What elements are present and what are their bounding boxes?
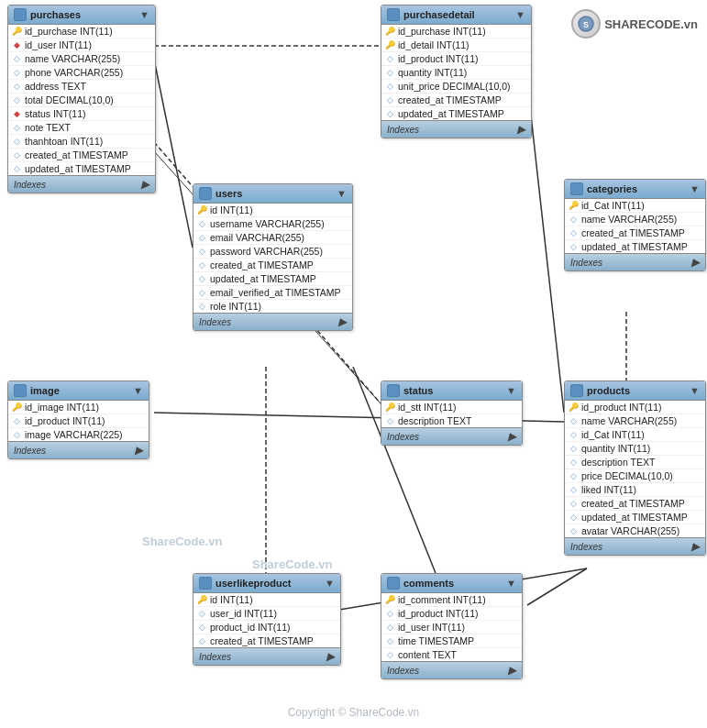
key-regular: ◇ [569,416,579,426]
field-purchases-9: ◇thanhtoan INT(11) [8,135,155,149]
field-categories-3: ◇created_at TIMESTAMP [565,226,705,240]
header-arrow-status[interactable]: ▼ [506,385,516,396]
key-regular: ◇ [569,430,579,440]
key-regular: ◇ [12,137,22,147]
table-title-status: status [403,385,433,396]
table-title-categories: categories [587,183,637,194]
key-regular: ◇ [12,416,22,426]
table-header-purchasedetail: purchasedetail ▼ [381,6,531,25]
key-regular: ◇ [197,623,207,633]
table-header-status: status ▼ [381,381,522,401]
table-title-userlikeproduct: userlikeproduct [215,578,292,589]
table-title-users: users [215,188,242,199]
table-comments: comments ▼ 🔑id_comment INT(11) ◇id_produ… [381,573,523,679]
table-header-userlikeproduct: userlikeproduct ▼ [193,574,340,593]
key-regular: ◇ [385,650,395,660]
copyright-text: Copyright © ShareCode.vn [288,706,420,719]
header-arrow-categories[interactable]: ▼ [690,183,700,194]
field-users-2: ◇username VARCHAR(255) [193,217,352,231]
svg-line-9 [527,568,587,605]
field-image-1: 🔑id_image INT(11) [8,401,149,414]
field-purchasedetail-3: ◇id_product INT(11) [381,52,531,66]
header-arrow-purchases[interactable]: ▼ [139,9,149,20]
logo-area: S SHARECODE.vn [571,9,698,39]
table-purchases: purchases ▼ 🔑id_purchase INT(11) ◆id_use… [7,5,156,193]
table-icon-status [387,384,400,397]
table-header-purchases: purchases ▼ [8,6,155,25]
key-regular: ◇ [385,636,395,646]
key-regular: ◇ [197,219,207,229]
diagram-canvas: purchases ▼ 🔑id_purchase INT(11) ◆id_use… [0,0,707,728]
header-arrow-image[interactable]: ▼ [133,385,143,396]
key-regular: ◇ [385,623,395,633]
field-purchasedetail-6: ◇created_at TIMESTAMP [381,94,531,107]
key-regular: ◇ [197,636,207,646]
key-primary: 🔑 [197,595,207,605]
key-regular: ◇ [385,109,395,119]
field-image-3: ◇image VARCHAR(225) [8,428,149,441]
table-body-userlikeproduct: 🔑id INT(11) ◇user_id INT(11) ◇product_id… [193,593,340,647]
field-users-6: ◇updated_at TIMESTAMP [193,272,352,286]
table-icon-products [570,384,583,397]
key-regular: ◇ [197,260,207,270]
table-body-status: 🔑id_stt INT(11) ◇description TEXT [381,401,522,427]
field-purchases-1: 🔑id_purchase INT(11) [8,25,155,39]
field-users-3: ◇email VARCHAR(255) [193,231,352,245]
field-comments-2: ◇id_product INT(11) [381,607,522,621]
key-primary: 🔑 [385,40,395,50]
field-purchases-5: ◇address TEXT [8,80,155,94]
field-comments-1: 🔑id_comment INT(11) [381,593,522,607]
field-comments-3: ◇id_user INT(11) [381,621,522,634]
header-arrow-comments[interactable]: ▼ [506,578,516,589]
key-regular: ◇ [385,95,395,105]
table-body-categories: 🔑id_Cat INT(11) ◇name VARCHAR(255) ◇crea… [565,199,705,253]
key-regular: ◇ [385,82,395,92]
table-icon-image [14,384,27,397]
table-status: status ▼ 🔑id_stt INT(11) ◇description TE… [381,381,523,446]
key-regular: ◇ [12,68,22,78]
table-image: image ▼ 🔑id_image INT(11) ◇id_product IN… [7,381,149,459]
table-icon-users [199,187,212,200]
field-purchases-2: ◆id_user INT(11) [8,39,155,52]
key-foreign: ◆ [12,40,22,50]
key-regular: ◇ [12,95,22,105]
key-foreign: ◆ [12,109,22,119]
table-header-categories: categories ▼ [565,180,705,199]
field-purchases-8: ◇note TEXT [8,121,155,135]
table-icon-purchases [14,8,27,21]
field-users-5: ◇created_at TIMESTAMP [193,259,352,272]
table-footer-purchasedetail: Indexes ▶ [381,120,531,138]
header-arrow-purchasedetail[interactable]: ▼ [515,9,525,20]
field-products-8: ◇created_at TIMESTAMP [565,497,705,511]
table-footer-image: Indexes ▶ [8,441,149,458]
header-arrow-products[interactable]: ▼ [690,385,700,396]
key-regular: ◇ [569,444,579,454]
table-footer-purchases: Indexes ▶ [8,175,155,193]
field-purchases-10: ◇created_at TIMESTAMP [8,149,155,162]
table-title-purchases: purchases [30,9,81,20]
header-arrow-users[interactable]: ▼ [337,188,347,199]
table-body-image: 🔑id_image INT(11) ◇id_product INT(11) ◇i… [8,401,149,441]
field-products-2: ◇name VARCHAR(255) [565,414,705,428]
key-regular: ◇ [385,416,395,426]
key-regular: ◇ [197,274,207,284]
field-products-4: ◇quantity INT(11) [565,442,705,456]
field-purchases-6: ◇total DECIMAL(10,0) [8,94,155,107]
table-users: users ▼ 🔑id INT(11) ◇username VARCHAR(25… [193,183,353,331]
field-products-5: ◇description TEXT [565,456,705,469]
table-icon-purchasedetail [387,8,400,21]
key-regular: ◇ [385,68,395,78]
field-purchasedetail-4: ◇quantity INT(11) [381,66,531,80]
key-primary: 🔑 [569,403,579,413]
field-purchases-11: ◇updated_at TIMESTAMP [8,162,155,175]
table-body-users: 🔑id INT(11) ◇username VARCHAR(255) ◇emai… [193,204,352,313]
table-footer-products: Indexes ▶ [565,537,705,555]
field-products-6: ◇price DECIMAL(10,0) [565,469,705,483]
header-arrow-userlikeproduct[interactable]: ▼ [325,578,335,589]
key-regular: ◇ [569,485,579,495]
key-regular: ◇ [12,123,22,133]
key-regular: ◇ [12,82,22,92]
field-products-3: ◇id_Cat INT(11) [565,428,705,442]
field-userlikeproduct-1: 🔑id INT(11) [193,593,340,607]
field-status-1: 🔑id_stt INT(11) [381,401,522,414]
